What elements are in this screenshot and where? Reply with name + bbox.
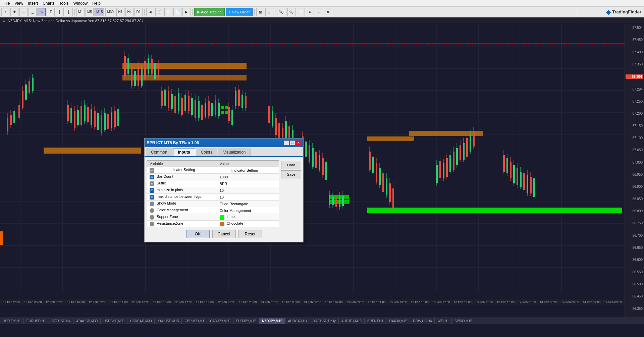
time-17: 13 Feb 09:00	[344, 300, 366, 304]
tab-common[interactable]: Common	[146, 149, 172, 156]
val-cell: Lime	[217, 214, 279, 221]
price-87250: 87.250	[626, 100, 643, 103]
tb-bars[interactable]: ▩	[256, 8, 264, 16]
row-icon-lock2	[150, 215, 154, 220]
table-row[interactable]: ResistanceZone Chocolate	[147, 221, 279, 227]
tb-refresh[interactable]: ↻	[306, 8, 314, 16]
tab-wti-h1[interactable]: WTI,H1	[435, 318, 452, 324]
dialog-minimize-btn[interactable]: –	[284, 141, 289, 145]
table-row[interactable]: 01 Bar Count 1000	[147, 174, 279, 180]
reset-button[interactable]: Reset	[238, 230, 262, 238]
menu-window[interactable]: Window	[71, 0, 90, 6]
toolbar-hline[interactable]: ⎯	[29, 8, 37, 16]
tab-xagusd-daily[interactable]: XAGUSD,Daily	[310, 318, 338, 324]
tb-m5[interactable]: M5	[86, 8, 94, 16]
new-order-btn[interactable]: + New Order	[226, 8, 253, 16]
tab-cadjpy-m30[interactable]: CADJPY,M30	[207, 318, 233, 324]
menu-file[interactable]: File	[1, 0, 12, 6]
tab-audcad-h4[interactable]: AUDCAD,H4	[285, 318, 311, 324]
tab-btcusd-h4[interactable]: BTCUSD,H4	[49, 318, 74, 324]
menu-bar: File View Insert Charts Tools Window Hel…	[0, 0, 644, 7]
tb-zoom-out[interactable]: 🔍-	[287, 8, 296, 16]
algo-trading-btn[interactable]: ▶ Algo Trading	[194, 8, 225, 16]
table-row[interactable]: ab Suffix BPR	[147, 180, 279, 187]
time-14: 13 Feb 03:00	[280, 300, 302, 304]
time-23: 13 Feb 21:00	[473, 300, 495, 304]
menu-insert[interactable]: Insert	[26, 0, 40, 6]
menu-help[interactable]: Help	[90, 0, 103, 6]
tab-usdchf-m30[interactable]: USDCHF,M30	[101, 318, 127, 324]
menu-view[interactable]: View	[12, 0, 25, 6]
tab-dow-us-h4[interactable]: DOW,US,H4	[410, 318, 435, 324]
tab-gbpusd-m1[interactable]: GBPUSD,M1	[182, 318, 207, 324]
dialog-close-btn[interactable]: ✕	[296, 141, 301, 145]
table-row[interactable]: Show Mode Filled Rectangale	[147, 201, 279, 207]
toolbar-fib[interactable]: ⎢	[56, 8, 64, 16]
tab-usdjpy-h1[interactable]: USDJPY,H1	[0, 318, 24, 324]
tab-audjpy-m15[interactable]: AUDJPY,M15	[339, 318, 365, 324]
tab-xauusd-m15[interactable]: XAUUSD,M15	[155, 318, 182, 324]
tab-usdcad-m30[interactable]: USDCAD,M30	[127, 318, 155, 324]
var-text: Color Management	[157, 208, 188, 212]
row-icon-ab: ab	[150, 168, 154, 173]
sep5	[275, 9, 275, 15]
tab-eurusd-h1[interactable]: EURUSD,H1	[24, 318, 49, 324]
menu-charts[interactable]: Charts	[41, 0, 56, 6]
sep1	[74, 9, 75, 15]
table-row[interactable]: SupportZone Lime	[147, 214, 279, 221]
order-icon: +	[229, 10, 231, 14]
cancel-button[interactable]: Cancel	[212, 230, 236, 238]
tab-colors[interactable]: Colors	[196, 149, 218, 156]
toolbar-draw[interactable]: ✎	[38, 8, 46, 16]
side-buttons: Load Save	[281, 160, 301, 178]
tb-candles[interactable]: ▯	[265, 8, 273, 16]
dialog-titlebar: BPR ICT MT5 By TFlab 1.06 – □ ✕	[145, 138, 303, 147]
tb-scroll[interactable]: ↔	[315, 8, 323, 16]
tab-adausd-m30[interactable]: ADAUSD,M30	[73, 318, 101, 324]
chart-area[interactable]: 87.504 87.450 87.400 87.350 87.304 87.29…	[0, 24, 644, 324]
tb-grid[interactable]: ☷	[297, 8, 305, 16]
toolbar-line[interactable]: —	[19, 8, 28, 16]
tab-eurjpy-m15[interactable]: EURJPY,M15	[233, 318, 259, 324]
dialog-maximize-btn[interactable]: □	[290, 141, 295, 145]
price-86600: 86.600	[626, 258, 643, 262]
tb-d1[interactable]: D1	[135, 8, 143, 16]
price-86800: 86.800	[626, 209, 643, 213]
load-button[interactable]: Load	[281, 161, 301, 169]
tb-template[interactable]: ☰	[164, 8, 172, 16]
tb-zoom-in[interactable]: 🔍+	[277, 8, 286, 16]
var-cell: 01 Bar Count	[147, 174, 217, 180]
tb-h1[interactable]: H1	[116, 8, 124, 16]
var-cell: ab ===== Indicator Setting =====	[147, 167, 217, 174]
toolbar-channel[interactable]: ⎣	[65, 8, 73, 16]
tb-period[interactable]: 🕑	[155, 8, 163, 16]
tab-sp500-m15[interactable]: SP500,M15	[452, 318, 475, 324]
tb-m30[interactable]: M30	[105, 8, 115, 16]
tab-visualization[interactable]: Visualization	[218, 149, 251, 156]
tb-m1[interactable]: M1	[76, 8, 85, 16]
time-24: 13 Feb 23:00	[495, 300, 516, 304]
chart-svg	[0, 24, 625, 292]
ok-button[interactable]: OK	[186, 230, 210, 238]
toolbar-arrow[interactable]: ↑	[1, 8, 9, 16]
table-row[interactable]: ab ===== Indicator Setting ===== ===== I…	[147, 167, 279, 174]
tb-attach[interactable]: 📄	[173, 8, 181, 16]
tab-brent-h1[interactable]: BRENT,H1	[365, 318, 386, 324]
svg-rect-261	[0, 43, 625, 44]
tb-expert[interactable]: ▶	[182, 8, 191, 16]
table-row[interactable]: 01 max distance between fvgs 10	[147, 194, 279, 201]
menu-tools[interactable]: Tools	[57, 0, 71, 6]
toolbar-text[interactable]: T	[47, 8, 55, 16]
tb-h4[interactable]: H4	[125, 8, 133, 16]
toolbar-crosshair[interactable]: ✚	[10, 8, 18, 16]
time-6: 12 Feb 11:00	[108, 300, 129, 304]
save-button[interactable]: Save	[281, 170, 301, 178]
tab-dax30-m15[interactable]: DAX30,M15	[386, 318, 410, 324]
tab-inputs[interactable]: Inputs	[173, 149, 195, 156]
tb-chart-type[interactable]: ◀	[146, 8, 154, 16]
tb-auto[interactable]: ↹	[324, 8, 332, 16]
tab-nzdjpy-m15[interactable]: NZDJPY,M15	[259, 318, 285, 324]
tb-m15[interactable]: M15	[95, 8, 104, 16]
table-row[interactable]: 01 min size in pints 10	[147, 187, 279, 194]
table-row[interactable]: Color Management Color Management	[147, 207, 279, 214]
